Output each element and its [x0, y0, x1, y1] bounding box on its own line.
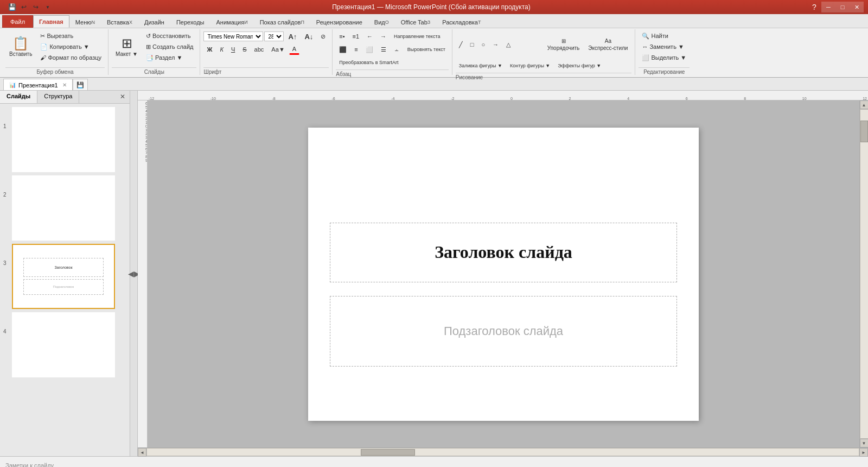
tab-transitions[interactable]: Переходы — [170, 15, 210, 28]
underline-btn[interactable]: Ч — [228, 44, 238, 55]
paste-button[interactable]: 📋 Вставить — [5, 30, 36, 63]
notes-bar[interactable]: Заметки к слайду — [0, 456, 868, 467]
doc-tab-save-indicator[interactable]: 💾 — [73, 79, 88, 90]
tab-raskladovka[interactable]: РаскладовкаТ — [436, 15, 487, 28]
select-btn[interactable]: ⬜ Выделить ▼ — [639, 52, 690, 63]
font-color-btn[interactable]: А — [289, 44, 299, 55]
vertical-scrollbar[interactable]: ▲ ▼ — [859, 100, 868, 447]
tab-review[interactable]: Рецензирование — [310, 15, 368, 28]
doc-tab-close-btn[interactable]: ✕ — [62, 82, 67, 88]
convert-smartart-btn[interactable]: Преобразовать в SmartArt — [336, 57, 401, 68]
editing-label: Редактирование — [639, 67, 690, 75]
slide-subtitle-placeholder[interactable]: Подзаголовок слайда — [330, 296, 677, 367]
align-center-btn[interactable]: ≡ — [351, 44, 361, 55]
new-slide-button[interactable]: ⊞ Макет ▼ — [112, 30, 142, 63]
line-shape[interactable]: ╱ — [456, 39, 466, 50]
slides-tab[interactable]: Слайды — [0, 91, 37, 103]
undo-quick-btn[interactable]: ↩ — [18, 2, 29, 12]
bullets-btn[interactable]: ≡• — [336, 31, 348, 42]
ribbon-group-paragraph: ≡• ≡1 ← → Направление текста ⬛ ≡ ⬜ ☰ ⫠ В… — [333, 29, 452, 75]
tab-slideshow[interactable]: Показ слайдовП — [254, 15, 310, 28]
numbering-btn[interactable]: ≡1 — [349, 31, 363, 42]
bold-btn[interactable]: Ж — [203, 44, 215, 55]
reset-slide-button[interactable]: ↺ Восстановить — [143, 30, 196, 41]
replace-btn[interactable]: ↔ Заменить ▼ — [639, 41, 690, 52]
grow-font-btn[interactable]: A↑ — [285, 31, 300, 42]
help-btn[interactable]: ? — [807, 2, 821, 12]
tab-file[interactable]: Файл — [2, 15, 33, 28]
main-area: Слайды Структура ✕ 1 2 3 Загол — [0, 91, 868, 456]
ribbon-group-font: Times New Roman 28 A↑ A↓ ⊘ Ж К Ч S abc А… — [200, 29, 333, 75]
scroll-track[interactable] — [860, 109, 869, 439]
quick-access-dropdown[interactable]: ▼ — [42, 2, 53, 12]
scroll-up-btn[interactable]: ▲ — [860, 100, 869, 109]
justify-btn[interactable]: ☰ — [378, 44, 390, 55]
section-button[interactable]: 📑 Раздел ▼ — [143, 52, 196, 63]
columns-btn[interactable]: ⫠ — [391, 44, 403, 55]
quick-styles-btn[interactable]: Aa Экспресс-стили — [584, 31, 631, 58]
font-style-row: Ж К Ч S abc Аа▼ А — [203, 44, 299, 55]
quick-access-buttons: 💾 ↩ ↪ ▼ — [4, 2, 55, 12]
doc-tab-presentation1[interactable]: 📊 Презентация1 ✕ — [3, 79, 73, 90]
scroll-right-btn[interactable]: ► — [859, 448, 868, 457]
italic-btn[interactable]: К — [216, 44, 226, 55]
scroll-thumb[interactable] — [860, 121, 868, 142]
slide-thumb-3[interactable]: Заголовок Подзаголовок — [12, 244, 115, 309]
slide-thumb-1[interactable] — [12, 107, 115, 172]
char-spacing-btn[interactable]: Аа▼ — [268, 44, 288, 55]
slide-thumb-4[interactable] — [12, 312, 115, 377]
tab-design[interactable]: Дизайн — [138, 15, 170, 28]
tab-insert[interactable]: ВставкаX — [101, 15, 138, 28]
shrink-font-btn[interactable]: A↓ — [301, 31, 316, 42]
cut-button[interactable]: ✂ Вырезать — [37, 30, 105, 41]
tab-view[interactable]: ВидО — [368, 15, 395, 28]
indent-more-btn[interactable]: → — [377, 31, 390, 42]
doc-tab-icon: 📊 — [9, 82, 16, 88]
structure-tab[interactable]: Структура — [37, 91, 79, 103]
slide-panel-close-btn[interactable]: ✕ — [116, 91, 130, 103]
hscroll-track[interactable] — [146, 448, 859, 456]
create-section-button[interactable]: ⊞ Создать слайд — [143, 41, 196, 52]
arrow-shape[interactable]: → — [489, 39, 502, 50]
shape-outline-btn[interactable]: Контур фигуры ▼ — [507, 60, 553, 71]
hscroll-thumb[interactable] — [361, 449, 415, 456]
copy-button[interactable]: 📄 Копировать ▼ — [37, 41, 105, 52]
shape-effects-btn[interactable]: Эффекты фигур ▼ — [554, 60, 604, 71]
drawing-label: Рисование — [456, 73, 632, 80]
notes-placeholder: Заметки к слайду — [5, 462, 54, 468]
close-btn[interactable]: ✕ — [850, 2, 864, 12]
circle-shape[interactable]: ○ — [478, 39, 488, 50]
shape-fill-btn[interactable]: Заливка фигуры ▼ — [456, 60, 506, 71]
redo-quick-btn[interactable]: ↪ — [30, 2, 41, 12]
tab-home[interactable]: Главная — [33, 15, 69, 28]
tab-officetab[interactable]: Office TabЗ — [395, 15, 437, 28]
arrange-btn[interactable]: ⊞ Упорядочить — [544, 31, 584, 58]
maximize-btn[interactable]: □ — [835, 2, 850, 12]
scroll-down-btn[interactable]: ▼ — [860, 439, 869, 447]
save-quick-btn[interactable]: 💾 — [7, 2, 17, 12]
tab-animations[interactable]: АнимацияИ — [210, 15, 254, 28]
minimize-btn[interactable]: ─ — [821, 2, 835, 12]
font-name-select[interactable]: Times New Roman — [203, 31, 263, 41]
horizontal-scrollbar: ◄ ► — [138, 447, 868, 456]
tab-menu[interactable]: МенюN — [69, 15, 101, 28]
scroll-left-btn[interactable]: ◄ — [138, 448, 146, 457]
find-btn[interactable]: 🔍 Найти — [639, 30, 690, 41]
format-painter-button[interactable]: 🖌 Формат по образцу — [37, 52, 105, 63]
slide-title-placeholder[interactable]: Заголовок слайда — [330, 223, 677, 282]
clipboard-small-buttons: ✂ Вырезать 📄 Копировать ▼ 🖌 Формат по об… — [37, 30, 105, 63]
rect-shape[interactable]: □ — [467, 39, 477, 50]
slide-thumb-2[interactable] — [12, 175, 115, 241]
text-direction-btn[interactable]: Направление текста — [391, 31, 443, 42]
indent-less-btn[interactable]: ← — [363, 31, 376, 42]
triangle-shape[interactable]: △ — [503, 39, 514, 50]
align-right-btn[interactable]: ⬜ — [362, 44, 376, 55]
strikethrough-btn[interactable]: S — [239, 44, 250, 55]
align-left-btn[interactable]: ⬛ — [336, 44, 350, 55]
slide-canvas[interactable]: Заголовок слайда Подзаголовок слайда — [148, 100, 859, 447]
clear-format-btn[interactable]: ⊘ — [317, 31, 329, 42]
panel-collapse-handle[interactable]: ◀▶ — [130, 91, 138, 456]
font-size-select[interactable]: 28 — [264, 31, 284, 41]
align-text-btn[interactable]: Выровнять текст — [404, 44, 449, 55]
small-caps-btn[interactable]: abc — [251, 44, 267, 55]
